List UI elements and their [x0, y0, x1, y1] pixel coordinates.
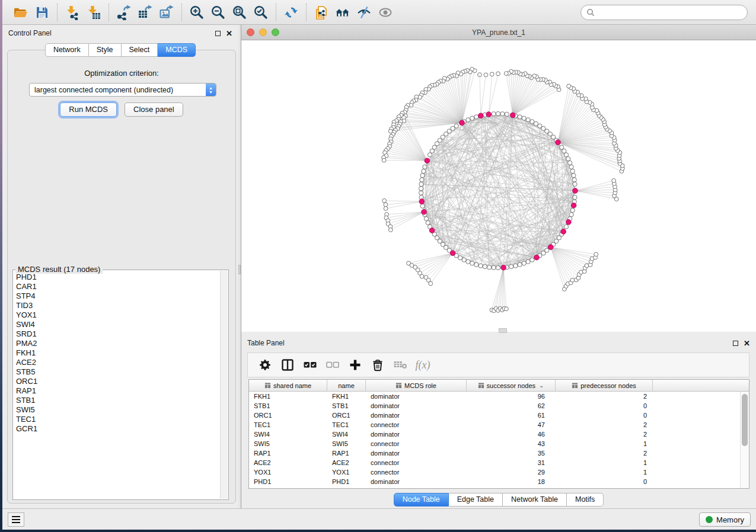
- first-neighbors-button[interactable]: [332, 2, 353, 23]
- mcds-result-item[interactable]: GCR1: [16, 424, 219, 434]
- graph-node[interactable]: [432, 145, 436, 149]
- tab-style[interactable]: Style: [89, 43, 122, 57]
- graph-leaf-node[interactable]: [384, 207, 388, 211]
- graph-mcds-node[interactable]: [486, 112, 492, 117]
- float-table-panel-icon[interactable]: [733, 341, 738, 346]
- graph-node[interactable]: [496, 111, 500, 116]
- network-titlebar[interactable]: YPA_prune.txt_1: [241, 25, 756, 40]
- graph-leaf-node[interactable]: [478, 73, 482, 77]
- mcds-result-item[interactable]: PHD1: [16, 273, 219, 282]
- graph-node[interactable]: [430, 149, 434, 153]
- graph-mcds-node[interactable]: [422, 210, 427, 215]
- table-scrollbar[interactable]: [740, 392, 749, 488]
- graph-node[interactable]: [530, 120, 534, 124]
- graph-node[interactable]: [570, 208, 575, 212]
- graph-node[interactable]: [474, 115, 479, 119]
- column-header-predecessor-nodes[interactable]: predecessor nodes: [556, 380, 653, 391]
- graph-leaf-node[interactable]: [382, 158, 386, 162]
- zoom-out-button[interactable]: [208, 2, 229, 23]
- close-panel-icon[interactable]: ✕: [226, 31, 232, 36]
- graph-node[interactable]: [422, 169, 426, 173]
- delete-column-button[interactable]: [366, 355, 389, 375]
- graph-node[interactable]: [420, 204, 425, 208]
- graph-node[interactable]: [470, 116, 474, 120]
- graph-node[interactable]: [518, 262, 522, 267]
- export-image-button[interactable]: [156, 2, 177, 23]
- export-network-button[interactable]: [113, 2, 135, 23]
- graph-node[interactable]: [496, 265, 500, 270]
- graph-node[interactable]: [568, 161, 572, 165]
- network-canvas[interactable]: [241, 40, 756, 332]
- mcds-list-scrollbar[interactable]: [220, 271, 228, 499]
- column-header-successor-nodes[interactable]: successor nodes⌄: [467, 380, 556, 391]
- float-panel-icon[interactable]: [215, 31, 221, 36]
- tab-network-table[interactable]: Network Table: [503, 493, 567, 507]
- mcds-result-item[interactable]: SWI4: [16, 320, 219, 329]
- graph-node[interactable]: [492, 112, 496, 116]
- tab-edge-table[interactable]: Edge Table: [449, 493, 503, 507]
- mcds-result-item[interactable]: PMA2: [16, 339, 219, 348]
- close-panel-button[interactable]: Close panel: [125, 102, 183, 117]
- graph-node[interactable]: [522, 261, 526, 265]
- hide-selected-button[interactable]: [353, 2, 375, 23]
- export-table-button[interactable]: [135, 2, 156, 23]
- graph-node[interactable]: [500, 112, 505, 116]
- graph-mcds-node[interactable]: [501, 265, 506, 270]
- graph-node[interactable]: [419, 187, 423, 191]
- graph-node[interactable]: [572, 178, 576, 182]
- table-row[interactable]: SWI4SWI4dominator462: [249, 430, 740, 439]
- clone-network-button[interactable]: [311, 2, 332, 23]
- graph-node[interactable]: [474, 262, 479, 267]
- graph-node[interactable]: [513, 264, 518, 268]
- graph-node[interactable]: [545, 248, 549, 252]
- graph-node[interactable]: [428, 153, 432, 157]
- task-history-button[interactable]: [8, 512, 24, 527]
- mcds-result-item[interactable]: RAP1: [16, 386, 219, 396]
- graph-mcds-node[interactable]: [566, 220, 572, 225]
- graph-leaf-node[interactable]: [505, 307, 509, 311]
- graph-leaf-node[interactable]: [484, 73, 488, 77]
- mcds-result-item[interactable]: TEC1: [16, 415, 219, 424]
- run-mcds-button[interactable]: Run MCDS: [60, 102, 117, 117]
- graph-node[interactable]: [458, 256, 462, 260]
- graph-node[interactable]: [530, 258, 534, 262]
- tab-network[interactable]: Network: [45, 43, 89, 57]
- graph-leaf-node[interactable]: [420, 274, 424, 278]
- graph-leaf-node[interactable]: [570, 278, 575, 282]
- table-scrollbar-thumb[interactable]: [742, 394, 748, 446]
- graph-node[interactable]: [560, 145, 564, 149]
- select-all-button[interactable]: [299, 355, 321, 375]
- graph-node[interactable]: [483, 265, 487, 269]
- zoom-selected-button[interactable]: [250, 2, 272, 23]
- graph-node[interactable]: [466, 118, 470, 122]
- graph-node[interactable]: [566, 156, 570, 161]
- graph-node[interactable]: [466, 259, 470, 264]
- tab-select[interactable]: Select: [122, 43, 158, 57]
- graph-mcds-node[interactable]: [429, 228, 435, 233]
- mcds-result-item[interactable]: STB1: [16, 396, 219, 405]
- graph-node[interactable]: [492, 265, 496, 270]
- mcds-result-item[interactable]: CAR1: [16, 282, 219, 291]
- graph-node[interactable]: [534, 121, 538, 126]
- table-row[interactable]: SWI5SWI5connector431: [249, 439, 740, 448]
- import-table-button[interactable]: [83, 2, 104, 23]
- graph-node[interactable]: [526, 118, 530, 122]
- graph-node[interactable]: [462, 258, 466, 262]
- graph-node[interactable]: [573, 196, 577, 200]
- mcds-result-item[interactable]: YOX1: [16, 310, 219, 320]
- graph-node[interactable]: [522, 116, 526, 120]
- graph-node[interactable]: [564, 153, 568, 157]
- graph-leaf-node[interactable]: [490, 72, 494, 76]
- graph-mcds-node[interactable]: [460, 120, 465, 126]
- search-input[interactable]: [598, 8, 742, 17]
- graph-leaf-node[interactable]: [567, 84, 571, 88]
- memory-button[interactable]: Memory: [699, 512, 751, 527]
- function-builder-button[interactable]: f(x): [412, 355, 434, 375]
- graph-leaf-node[interactable]: [382, 198, 387, 203]
- graph-mcds-node[interactable]: [419, 199, 425, 204]
- column-header-mcds-role[interactable]: MCDS role: [366, 380, 467, 391]
- close-table-panel-icon[interactable]: ✕: [744, 341, 750, 346]
- graph-node[interactable]: [426, 220, 430, 225]
- graph-node[interactable]: [479, 264, 483, 268]
- tab-mcds[interactable]: MCDS: [158, 43, 196, 57]
